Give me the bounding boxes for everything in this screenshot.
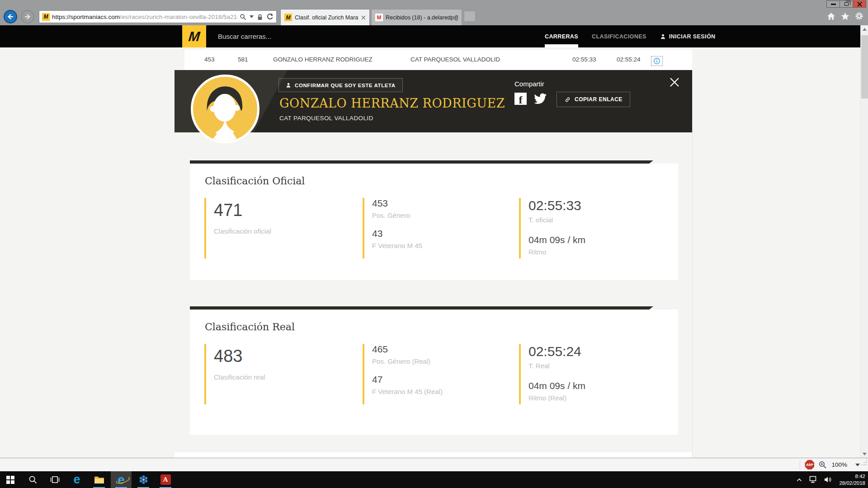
taskbar-clock[interactable]: 8:42 28/02/2018 xyxy=(839,473,865,486)
stat-value: 02:55:24 xyxy=(528,344,668,359)
cell-position: 453 xyxy=(204,56,215,63)
forward-arrow-icon xyxy=(24,13,32,21)
official-classification-card: Clasificación Oficial 471 Clasificación … xyxy=(190,164,678,280)
copy-link-button[interactable]: COPIAR ENLACE xyxy=(557,92,630,107)
zoom-magnifier-icon[interactable] xyxy=(819,461,827,469)
link-icon xyxy=(564,96,571,103)
info-icon xyxy=(653,57,660,65)
stat-label: Clasificación oficial xyxy=(214,227,363,235)
task-view-button[interactable] xyxy=(44,471,65,488)
stat-value: 471 xyxy=(214,201,363,220)
scroll-up-button[interactable] xyxy=(861,25,868,33)
cell-name: GONZALO HERRANZ RODRIGUEZ xyxy=(273,56,373,63)
page-scrollbar[interactable] xyxy=(860,25,868,458)
tab-gmail[interactable]: M Recibidos (18) - a.delaredp@g... xyxy=(371,9,462,25)
stat-label: F Veterano M 45 xyxy=(372,242,519,249)
tab-close-icon[interactable] xyxy=(361,15,366,20)
network-icon[interactable] xyxy=(809,476,817,483)
start-button[interactable] xyxy=(0,471,21,488)
zoom-dropdown-icon[interactable] xyxy=(855,464,860,466)
site-nav: M CARRERAS CLASIFICACIONES INICIAR SESIÓ… xyxy=(0,25,860,47)
stat-label: T. Real xyxy=(528,362,668,370)
twitter-icon xyxy=(533,93,547,105)
login-button[interactable]: INICIAR SESIÓN xyxy=(660,33,716,40)
stat-label: Ritmo (Real) xyxy=(528,394,668,402)
new-tab-button[interactable] xyxy=(464,11,476,22)
table-row[interactable]: 453 581 GONZALO HERRANZ RODRIGUEZ CAT PA… xyxy=(184,50,692,70)
panel-close-button[interactable] xyxy=(670,77,679,87)
scroll-down-button[interactable] xyxy=(861,450,868,458)
search-input[interactable] xyxy=(218,25,363,47)
browser-status-bar: ABP 100% xyxy=(0,458,868,471)
stat-value: 483 xyxy=(214,347,363,366)
facebook-icon: f xyxy=(519,95,523,105)
minimize-icon xyxy=(831,4,836,5)
gmail-favicon: M xyxy=(375,14,383,21)
athlete-avatar xyxy=(191,75,259,143)
stat-label: Clasificación real xyxy=(214,373,363,381)
stat-value: 453 xyxy=(372,198,519,209)
cell-official-time: 02:55:33 xyxy=(572,56,596,63)
stat-value: 04m 09s / km xyxy=(528,380,668,391)
url-text: https://sportmaniacs.com/es/races/zurich… xyxy=(52,14,237,20)
home-icon[interactable] xyxy=(827,12,835,20)
cell-bib: 581 xyxy=(238,56,248,63)
file-explorer-icon[interactable] xyxy=(89,471,109,488)
share-twitter-button[interactable] xyxy=(533,93,547,105)
avatar-face-icon xyxy=(193,77,257,141)
taskbar-search-button[interactable] xyxy=(22,471,43,488)
address-dropdown-icon[interactable] xyxy=(250,15,254,18)
row-info-button[interactable] xyxy=(651,56,663,66)
stat-label: Pos. Género (Real) xyxy=(372,357,519,365)
restore-icon xyxy=(844,2,849,6)
card-title: Clasificación Real xyxy=(205,321,295,333)
scroll-down-icon xyxy=(863,453,867,455)
windows-logo-icon xyxy=(6,476,14,484)
browser-toolbar: M https://sportmaniacs.com/es/races/zuri… xyxy=(0,8,868,25)
panel-edge-line xyxy=(692,70,693,458)
back-button[interactable] xyxy=(4,10,17,23)
adobe-reader-icon[interactable]: A xyxy=(155,471,176,488)
logo-letter: M xyxy=(188,29,201,44)
gear-icon[interactable] xyxy=(855,12,863,20)
card-title: Clasificación Oficial xyxy=(205,175,305,187)
athlete-name: GONZALO HERRANZ RODRIGUEZ xyxy=(279,96,505,110)
confirm-athlete-button[interactable]: CONFIRMAR QUE SOY ESTE ATLETA xyxy=(278,78,403,92)
volume-icon[interactable] xyxy=(824,476,832,483)
blue-app-icon[interactable] xyxy=(133,471,154,488)
window-close-button[interactable] xyxy=(853,0,866,8)
internet-explorer-icon[interactable]: e xyxy=(111,471,132,488)
tab-race-results[interactable]: M Clasif. oficial Zurich Marató... xyxy=(280,9,370,25)
address-bar[interactable]: M https://sportmaniacs.com/es/races/zuri… xyxy=(39,10,277,23)
stat-label: F Veterano M 45 (Real) xyxy=(372,388,519,395)
favorites-star-icon[interactable] xyxy=(841,12,849,20)
blue-flower-icon xyxy=(139,475,148,484)
stat-overall-position: 471 Clasificación oficial xyxy=(204,198,363,258)
share-facebook-button[interactable]: f xyxy=(514,93,527,105)
refresh-icon[interactable] xyxy=(266,13,274,20)
stat-time-pace: 02:55:33 T. oficial 04m 09s / km Ritmo xyxy=(519,198,668,258)
forward-button[interactable] xyxy=(21,10,34,23)
edge-icon[interactable]: e xyxy=(66,471,87,488)
lock-icon xyxy=(257,14,263,20)
zoom-level[interactable]: 100% xyxy=(831,461,847,468)
stat-time-pace: 02:55:24 T. Real 04m 09s / km Ritmo (Rea… xyxy=(519,344,668,404)
sportmaniacs-logo[interactable]: M xyxy=(182,25,206,47)
stat-overall-position: 483 Clasificación real xyxy=(204,344,363,404)
scrollbar-thumb[interactable] xyxy=(861,35,868,99)
nav-item-carreras[interactable]: CARRERAS xyxy=(545,25,578,47)
nav-item-clasificaciones[interactable]: CLASIFICACIONES xyxy=(592,25,646,47)
sportmaniacs-favicon: M xyxy=(284,14,292,21)
task-view-icon xyxy=(50,476,60,483)
tray-chevron-icon[interactable] xyxy=(797,478,802,482)
stat-gender-category: 465 Pos. Género (Real) 47 F Veterano M 4… xyxy=(363,344,519,404)
search-icon[interactable] xyxy=(240,14,246,20)
window-restore-button[interactable] xyxy=(840,0,853,8)
scroll-up-icon xyxy=(863,28,867,31)
share-label: Compartir xyxy=(514,80,544,88)
adblock-icon[interactable]: ABP xyxy=(805,460,814,469)
card-accent-bar xyxy=(190,160,653,164)
stat-label: Ritmo xyxy=(528,248,668,256)
window-minimize-button[interactable] xyxy=(826,0,840,8)
stat-label: Pos. Género xyxy=(372,211,519,219)
